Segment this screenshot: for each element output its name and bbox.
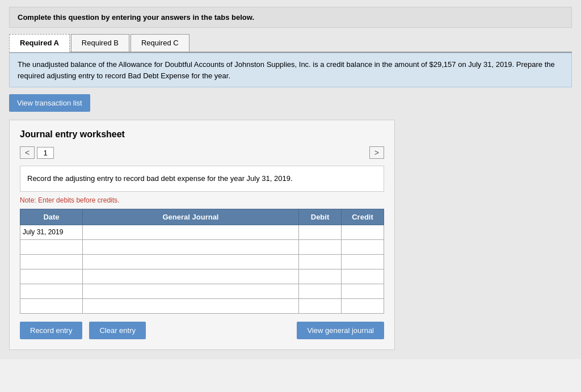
date-input[interactable] <box>20 225 82 239</box>
date-input[interactable] <box>20 255 82 269</box>
record-entry-button[interactable]: Record entry <box>20 322 82 339</box>
journal-input[interactable] <box>83 269 298 284</box>
table-row <box>20 254 384 269</box>
date-cell[interactable] <box>20 298 83 313</box>
debit-cell[interactable] <box>299 298 342 313</box>
journal-input[interactable] <box>83 284 298 298</box>
button-row: Record entry Clear entry View general jo… <box>20 322 384 339</box>
date-input[interactable] <box>20 240 82 254</box>
col-header-credit: Credit <box>342 209 384 225</box>
credit-input[interactable] <box>342 299 384 313</box>
page-number: 1 <box>37 147 54 159</box>
next-page-button[interactable]: > <box>369 146 384 159</box>
debit-cell[interactable] <box>299 284 342 298</box>
table-row <box>20 239 384 254</box>
journal-cell[interactable] <box>83 225 299 239</box>
view-general-journal-button[interactable]: View general journal <box>297 322 384 339</box>
journal-input[interactable] <box>83 299 298 313</box>
table-row <box>20 298 384 313</box>
debit-cell[interactable] <box>299 239 342 254</box>
journal-worksheet: Journal entry worksheet < 1 > Record the… <box>9 120 395 350</box>
credit-input[interactable] <box>342 269 384 284</box>
credit-cell[interactable] <box>342 225 384 239</box>
credit-cell[interactable] <box>342 298 384 313</box>
debit-input[interactable] <box>299 299 341 313</box>
nav-row: < 1 > <box>20 146 384 159</box>
date-cell[interactable] <box>20 254 83 269</box>
credit-input[interactable] <box>342 255 384 269</box>
credit-cell[interactable] <box>342 269 384 284</box>
tab-required-b[interactable]: Required B <box>71 34 129 52</box>
prev-page-button[interactable]: < <box>20 146 35 159</box>
debit-cell[interactable] <box>299 254 342 269</box>
journal-cell[interactable] <box>83 298 299 313</box>
journal-input[interactable] <box>83 240 298 254</box>
date-cell[interactable] <box>20 225 83 239</box>
debit-input[interactable] <box>299 284 341 298</box>
credit-input[interactable] <box>342 240 384 254</box>
date-cell[interactable] <box>20 239 83 254</box>
credit-cell[interactable] <box>342 254 384 269</box>
journal-cell[interactable] <box>83 239 299 254</box>
debit-input[interactable] <box>299 240 341 254</box>
col-header-date: Date <box>20 209 83 225</box>
col-header-debit: Debit <box>299 209 342 225</box>
view-transaction-button[interactable]: View transaction list <box>9 94 90 112</box>
tabs-container: Required A Required B Required C <box>9 33 572 53</box>
date-cell[interactable] <box>20 284 83 298</box>
clear-entry-button[interactable]: Clear entry <box>89 322 146 339</box>
date-cell[interactable] <box>20 269 83 284</box>
journal-input[interactable] <box>83 225 298 239</box>
debit-input[interactable] <box>299 269 341 284</box>
table-row <box>20 225 384 239</box>
worksheet-title: Journal entry worksheet <box>20 129 384 140</box>
debit-input[interactable] <box>299 225 341 239</box>
date-input[interactable] <box>20 299 82 313</box>
entry-description: Record the adjusting entry to record bad… <box>20 166 384 192</box>
credit-cell[interactable] <box>342 239 384 254</box>
journal-cell[interactable] <box>83 269 299 284</box>
journal-cell[interactable] <box>83 284 299 298</box>
instruction-bar: Complete this question by entering your … <box>9 7 572 28</box>
journal-cell[interactable] <box>83 254 299 269</box>
description-box: The unadjusted balance of the Allowance … <box>9 53 572 87</box>
debit-cell[interactable] <box>299 225 342 239</box>
credit-input[interactable] <box>342 225 384 239</box>
debit-credit-note: Note: Enter debits before credits. <box>20 196 384 204</box>
date-input[interactable] <box>20 269 82 284</box>
journal-table: Date General Journal Debit Credit <box>20 209 384 314</box>
table-row <box>20 284 384 298</box>
tab-required-c[interactable]: Required C <box>130 34 190 52</box>
col-header-general-journal: General Journal <box>83 209 299 225</box>
debit-input[interactable] <box>299 255 341 269</box>
tab-required-a[interactable]: Required A <box>9 34 70 52</box>
date-input[interactable] <box>20 284 82 298</box>
credit-cell[interactable] <box>342 284 384 298</box>
credit-input[interactable] <box>342 284 384 298</box>
debit-cell[interactable] <box>299 269 342 284</box>
journal-input[interactable] <box>83 255 298 269</box>
table-row <box>20 269 384 284</box>
